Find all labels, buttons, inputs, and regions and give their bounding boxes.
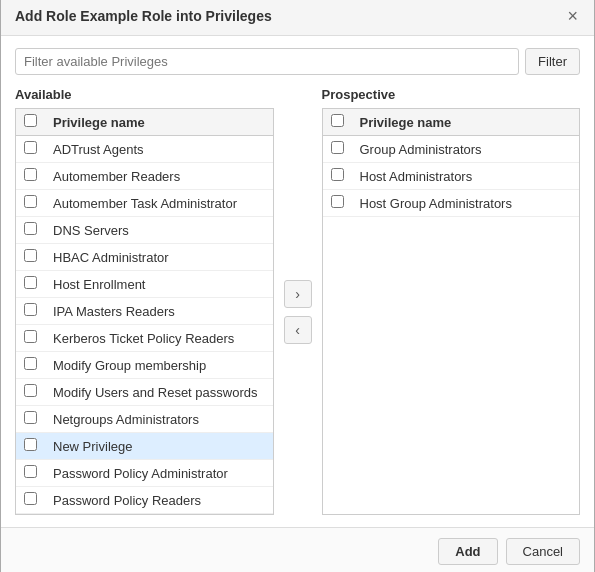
privilege-name-cell: Host Group Administrators — [352, 190, 580, 217]
available-row-checkbox[interactable] — [24, 411, 37, 424]
available-row-checkbox[interactable] — [24, 168, 37, 181]
privilege-name-cell: Netgroups Administrators — [45, 406, 273, 433]
list-item: IPA Masters Readers — [16, 298, 273, 325]
row-checkbox-cell — [16, 325, 45, 352]
arrow-buttons: › ‹ — [274, 109, 322, 515]
row-checkbox-cell — [16, 190, 45, 217]
row-checkbox-cell — [16, 352, 45, 379]
available-col-header: Privilege name — [45, 109, 273, 136]
available-row-checkbox[interactable] — [24, 249, 37, 262]
list-item: HBAC Administrator — [16, 244, 273, 271]
row-checkbox-cell — [16, 433, 45, 460]
privilege-name-cell: Host Enrollment — [45, 271, 273, 298]
available-row-checkbox[interactable] — [24, 330, 37, 343]
privilege-name-cell: Group Administrators — [352, 136, 580, 163]
row-checkbox-cell — [16, 406, 45, 433]
privilege-name-cell: Kerberos Ticket Policy Readers — [45, 325, 273, 352]
privilege-name-cell: IPA Masters Readers — [45, 298, 273, 325]
list-item: Automember Readers — [16, 163, 273, 190]
row-checkbox-cell — [16, 460, 45, 487]
filter-button[interactable]: Filter — [525, 48, 580, 75]
list-item: New Privilege — [16, 433, 273, 460]
list-item: ADTrust Agents — [16, 136, 273, 163]
available-row-checkbox[interactable] — [24, 303, 37, 316]
list-item: Password Policy Readers — [16, 487, 273, 514]
privilege-name-cell: Modify Users and Reset passwords — [45, 379, 273, 406]
prospective-row-checkbox[interactable] — [331, 168, 344, 181]
list-item: Host Enrollment — [16, 271, 273, 298]
prospective-check-header — [323, 109, 352, 136]
privilege-name-cell: Automember Readers — [45, 163, 273, 190]
row-checkbox-cell — [16, 379, 45, 406]
close-button[interactable]: × — [565, 7, 580, 25]
row-checkbox-cell — [323, 136, 352, 163]
privilege-name-cell: DNS Servers — [45, 217, 273, 244]
privilege-name-cell: HBAC Administrator — [45, 244, 273, 271]
privilege-name-cell: Password Policy Readers — [45, 487, 273, 514]
modal-overlay: Add Role Example Role into Privileges × … — [0, 0, 595, 572]
prospective-row-checkbox[interactable] — [331, 195, 344, 208]
list-item: Group Administrators — [323, 136, 580, 163]
prospective-row-checkbox[interactable] — [331, 141, 344, 154]
privilege-name-cell: Password Policy Administrator — [45, 460, 273, 487]
modal-body: Filter Available Privilege name — [1, 36, 594, 527]
available-select-all[interactable] — [24, 114, 37, 127]
available-row-checkbox[interactable] — [24, 438, 37, 451]
row-checkbox-cell — [16, 136, 45, 163]
modal-title: Add Role Example Role into Privileges — [15, 8, 272, 24]
prospective-title: Prospective — [322, 87, 581, 102]
privilege-name-cell: Modify Group membership — [45, 352, 273, 379]
list-item: DNS Servers — [16, 217, 273, 244]
privilege-name-cell: New Privilege — [45, 433, 273, 460]
prospective-select-all[interactable] — [331, 114, 344, 127]
move-right-button[interactable]: › — [284, 280, 312, 308]
available-row-checkbox[interactable] — [24, 141, 37, 154]
row-checkbox-cell — [16, 271, 45, 298]
available-list[interactable]: Privilege name ADTrust Agents Automember… — [15, 108, 274, 515]
prospective-col-header: Privilege name — [352, 109, 580, 136]
cancel-button[interactable]: Cancel — [506, 538, 580, 565]
list-item: Host Administrators — [323, 163, 580, 190]
list-item: Modify Group membership — [16, 352, 273, 379]
available-section: Available Privilege name ADTrust — [15, 87, 274, 515]
available-row-checkbox[interactable] — [24, 465, 37, 478]
privilege-name-cell: Host Administrators — [352, 163, 580, 190]
available-row-checkbox[interactable] — [24, 384, 37, 397]
available-row-checkbox[interactable] — [24, 195, 37, 208]
available-title: Available — [15, 87, 274, 102]
prospective-section: Prospective Privilege name Group — [322, 87, 581, 515]
move-left-button[interactable]: ‹ — [284, 316, 312, 344]
modal-dialog: Add Role Example Role into Privileges × … — [0, 0, 595, 572]
list-item: Automember Task Administrator — [16, 190, 273, 217]
lists-container: Available Privilege name ADTrust — [15, 87, 580, 515]
row-checkbox-cell — [16, 163, 45, 190]
available-row-checkbox[interactable] — [24, 276, 37, 289]
available-row-checkbox[interactable] — [24, 492, 37, 505]
available-row-checkbox[interactable] — [24, 357, 37, 370]
row-checkbox-cell — [323, 190, 352, 217]
list-item: Netgroups Administrators — [16, 406, 273, 433]
add-button[interactable]: Add — [438, 538, 497, 565]
list-item: Host Group Administrators — [323, 190, 580, 217]
modal-footer: Add Cancel — [1, 527, 594, 572]
list-item: Password Policy Administrator — [16, 460, 273, 487]
filter-row: Filter — [15, 48, 580, 75]
row-checkbox-cell — [16, 298, 45, 325]
row-checkbox-cell — [323, 163, 352, 190]
modal-header: Add Role Example Role into Privileges × — [1, 0, 594, 36]
privilege-name-cell: ADTrust Agents — [45, 136, 273, 163]
list-item: Modify Users and Reset passwords — [16, 379, 273, 406]
available-check-header — [16, 109, 45, 136]
list-item: Kerberos Ticket Policy Readers — [16, 325, 273, 352]
row-checkbox-cell — [16, 217, 45, 244]
prospective-list[interactable]: Privilege name Group Administrators Host… — [322, 108, 581, 515]
row-checkbox-cell — [16, 487, 45, 514]
row-checkbox-cell — [16, 244, 45, 271]
privilege-name-cell: Automember Task Administrator — [45, 190, 273, 217]
filter-input[interactable] — [15, 48, 519, 75]
available-row-checkbox[interactable] — [24, 222, 37, 235]
